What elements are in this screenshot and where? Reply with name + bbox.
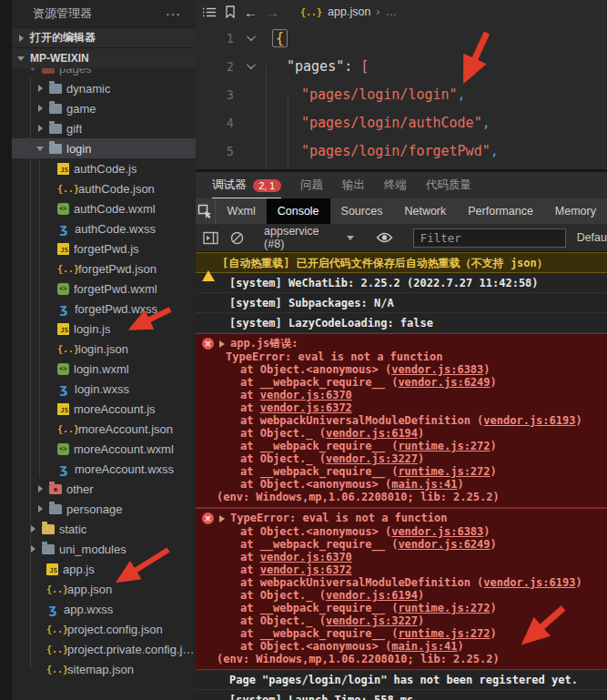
stack-frame-link[interactable]: vendor.js:6370 — [260, 551, 352, 563]
tab-label: 调试器 — [212, 178, 247, 193]
tab-debugger[interactable]: 调试器2, 1 — [212, 172, 281, 198]
console-warning-row[interactable]: ![自动热重载] 已开启代码文件保存后自动热重载（不支持 json） — [196, 252, 607, 273]
devtools-tab-network[interactable]: Network — [393, 198, 457, 224]
open-editors-section[interactable]: 打开的编辑器 — [12, 27, 196, 47]
stack-frame-link[interactable]: vendor.js:3227 — [326, 614, 418, 627]
stack-frame-link[interactable]: vendor.js:6383 — [391, 363, 483, 376]
tree-item-other[interactable]: other — [12, 479, 196, 499]
devtools-tab-sources[interactable]: Sources — [330, 198, 394, 224]
chevron-right-icon — [16, 35, 25, 42]
bookmark-icon[interactable] — [225, 5, 236, 18]
console-error-row[interactable]: ×app.js错误:TypeError: eval is not a funct… — [196, 333, 607, 508]
tree-item-project.config.json[interactable]: {..}project.config.json — [12, 619, 196, 639]
fold-chevron-icon[interactable] — [238, 35, 261, 41]
tab-problems[interactable]: 问题 — [300, 172, 323, 198]
tree-item-project.private.config.js-[interactable]: {..}project.private.config.js… — [12, 639, 196, 659]
stack-frame-link[interactable]: runtime.js:272 — [398, 627, 490, 640]
stack-frame-link[interactable]: vendor.js:6372 — [260, 401, 352, 414]
clear-console-icon[interactable] — [230, 231, 244, 245]
fold-chevron-icon[interactable] — [238, 63, 261, 69]
tab-code-quality[interactable]: 代码质量 — [426, 172, 471, 198]
code-line[interactable]: 4"pages/login/authCode", — [196, 108, 607, 137]
stack-frame: at __webpack_require__ (runtime.js:272) — [202, 440, 602, 452]
folder-icon — [49, 124, 62, 134]
tree-item-app.wxss[interactable]: ʒapp.wxss — [12, 599, 196, 619]
chevron-down-icon — [16, 56, 25, 61]
code-line[interactable]: 1{ — [196, 24, 607, 52]
tree-item-sitemap.json[interactable]: {..}sitemap.json — [12, 659, 196, 679]
devtools-tab-console[interactable]: Console — [267, 198, 330, 224]
console-system-row[interactable]: [system] WeChatLib: 2.25.2 (2022.7.27 11… — [196, 273, 607, 293]
navigate-back-icon[interactable]: ← — [244, 5, 258, 19]
more-actions-icon[interactable]: ··· — [166, 6, 181, 21]
stack-frame-link[interactable]: main.js:41 — [391, 640, 457, 653]
code-line-content: "pages/login/login", — [301, 86, 466, 103]
devtools-tab-memory[interactable]: Memory — [544, 198, 607, 224]
tree-item-personage[interactable]: personage — [12, 499, 196, 519]
stack-frame-link[interactable]: vendor.js:6370 — [260, 389, 352, 401]
tree-item-label: other — [66, 482, 94, 496]
code-token: : — [344, 58, 360, 75]
stack-frame-link[interactable]: vendor.js:3227 — [326, 452, 418, 465]
stack-frame-link[interactable]: vendor.js:6193 — [483, 414, 575, 427]
project-root-section[interactable]: MP-WEIXIN — [12, 47, 196, 68]
console-error-row[interactable]: ×TypeError: eval is not a functionat Obj… — [196, 508, 607, 670]
json-file-icon: {..} — [46, 644, 63, 654]
console-info-row[interactable]: [system] Launch Time: 558 ms — [196, 690, 607, 700]
stack-frame-link[interactable]: vendor.js:6193 — [483, 576, 575, 589]
stack-frame: at vendor.js:6372 — [202, 563, 602, 576]
code-area[interactable]: 1{2"pages": [3"pages/login/login",4"page… — [196, 24, 607, 165]
tree-item-app.js[interactable]: JSapp.js — [12, 559, 196, 579]
filter-input[interactable] — [413, 228, 566, 248]
devtools-tab-wxml[interactable]: Wxml — [216, 198, 266, 224]
context-selector[interactable]: appservice (#8) — [264, 225, 319, 250]
console-info-row[interactable]: Page "pages/login/login" has not been re… — [196, 670, 607, 690]
show-sidebar-icon[interactable] — [203, 231, 218, 245]
code-line[interactable]: 2"pages": [ — [196, 52, 607, 80]
activity-bar — [0, 0, 12, 700]
stack-frame-link[interactable]: runtime.js:272 — [398, 440, 490, 452]
wxss-file-icon: ʒ — [57, 383, 70, 395]
log-levels-selector[interactable]: Defau — [577, 231, 607, 244]
tab-output[interactable]: 输出 — [342, 172, 365, 198]
folder-icon — [42, 544, 55, 554]
stack-frame: at __webpack_require__ (runtime.js:272) — [202, 602, 602, 614]
stack-frame-link[interactable]: runtime.js:272 — [398, 602, 490, 614]
stack-frame-link[interactable]: vendor.js:6194 — [326, 427, 418, 440]
tree-item-app.json[interactable]: {..}app.json — [12, 579, 196, 599]
stack-frame-link[interactable]: vendor.js:6249 — [398, 538, 490, 551]
stack-frame-link[interactable]: runtime.js:272 — [398, 465, 490, 478]
console-system-row[interactable]: [system] Subpackages: N/A — [196, 293, 607, 313]
stack-frame: at Object._ (vendor.js:3227) — [202, 452, 602, 465]
chevron-right-icon — [35, 105, 45, 112]
context-dropdown-icon[interactable] — [347, 236, 354, 240]
code-line[interactable]: 3"pages/login/login", — [196, 80, 607, 108]
json-file-icon: {..} — [57, 424, 74, 434]
tab-terminal[interactable]: 终端 — [384, 172, 407, 198]
tree-item-dynamic[interactable]: dynamic — [12, 78, 196, 98]
stack-frame-link[interactable]: vendor.js:6372 — [260, 563, 352, 576]
tree-item-uni_modules[interactable]: uni_modules — [12, 539, 196, 559]
breadcrumb[interactable]: {..} app.json › … — [300, 5, 397, 18]
inspect-element-icon[interactable] — [196, 198, 216, 224]
tree-item-gift[interactable]: gift — [12, 118, 196, 138]
tree-item-static[interactable]: static — [12, 519, 196, 539]
stack-frame-link[interactable]: vendor.js:6383 — [391, 525, 483, 538]
folder-red-icon — [42, 68, 55, 74]
tree-item-pages[interactable]: pages — [12, 68, 196, 78]
stack-frame-link[interactable]: main.js:41 — [391, 478, 457, 491]
eye-icon[interactable] — [376, 232, 393, 243]
console-system-row[interactable]: [system] LazyCodeLoading: false — [196, 313, 607, 333]
stack-frame-link[interactable]: vendor.js:6249 — [398, 376, 490, 389]
navigate-forward-icon[interactable]: → — [266, 5, 279, 19]
tree-item-login[interactable]: login — [12, 138, 196, 158]
tree-item-game[interactable]: game — [12, 98, 196, 118]
tree-item-label: pages — [59, 68, 91, 76]
expand-caret-icon[interactable] — [219, 515, 225, 522]
stack-frame-link[interactable]: vendor.js:6194 — [326, 589, 418, 602]
stack-frame: at __webpack_require__ (vendor.js:6249) — [202, 376, 602, 389]
devtools-tab-performance[interactable]: Performance — [457, 198, 544, 224]
outline-list-icon[interactable] — [202, 6, 217, 18]
code-line[interactable]: 5"pages/login/forgetPwd", — [196, 137, 607, 165]
expand-caret-icon[interactable] — [219, 340, 225, 348]
